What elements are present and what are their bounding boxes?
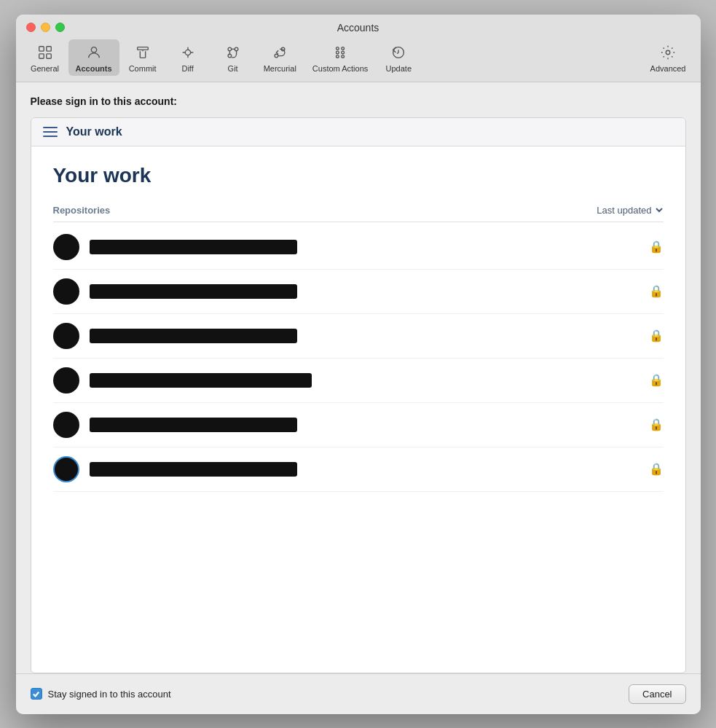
traffic-lights xyxy=(26,23,65,32)
stay-signed-in-checkbox[interactable] xyxy=(31,688,42,700)
svg-point-13 xyxy=(228,47,232,51)
content-area: Please sign in to this account: Your wor… xyxy=(16,82,701,673)
repo-avatar xyxy=(53,323,79,349)
svg-point-10 xyxy=(185,50,190,55)
maximize-button[interactable] xyxy=(55,23,65,32)
svg-point-12 xyxy=(235,47,238,51)
repo-avatar xyxy=(53,278,79,305)
repo-row[interactable]: 🔒 xyxy=(53,359,664,403)
svg-point-17 xyxy=(337,51,339,54)
toolbar-item-diff[interactable]: Diff xyxy=(166,39,210,76)
cancel-button[interactable]: Cancel xyxy=(629,684,685,704)
repo-avatar xyxy=(53,412,79,438)
custom-actions-icon xyxy=(330,42,350,63)
hamburger-line-3 xyxy=(43,136,58,137)
toolbar-item-custom-actions[interactable]: Custom Actions xyxy=(305,39,375,76)
git-label: Git xyxy=(228,64,238,73)
svg-point-11 xyxy=(228,54,232,58)
svg-point-19 xyxy=(342,47,345,50)
svg-rect-1 xyxy=(46,46,50,50)
hamburger-menu-icon[interactable] xyxy=(43,127,58,137)
footer: Stay signed in to this account Cancel xyxy=(16,673,701,714)
repo-lock-icon: 🔒 xyxy=(649,284,664,298)
sign-in-label: Please sign in to this account: xyxy=(31,95,686,107)
toolbar-item-advanced[interactable]: Advanced xyxy=(643,39,693,76)
window-title: Accounts xyxy=(337,22,379,34)
custom-actions-label: Custom Actions xyxy=(312,64,368,73)
repo-row[interactable]: 🔒 xyxy=(53,270,664,314)
update-icon xyxy=(388,42,409,63)
panel-body: Your work Repositories Last updated xyxy=(31,146,685,673)
svg-rect-0 xyxy=(39,46,43,50)
svg-rect-2 xyxy=(39,53,43,58)
app-window: Accounts General Accounts xyxy=(16,15,701,714)
repos-label: Repositories xyxy=(53,205,111,216)
svg-point-16 xyxy=(337,47,339,50)
repo-name-bar xyxy=(90,329,297,343)
commit-icon xyxy=(133,42,153,63)
toolbar-item-git[interactable]: Git xyxy=(211,39,255,76)
title-bar: Accounts General Accounts xyxy=(16,15,701,82)
repo-row[interactable]: 🔒 xyxy=(53,225,664,270)
svg-point-18 xyxy=(337,55,339,58)
git-icon xyxy=(223,42,243,63)
stay-signed-in-container: Stay signed in to this account xyxy=(31,688,171,700)
repo-row[interactable]: 🔒 xyxy=(53,447,664,492)
repo-name-bar xyxy=(90,373,312,388)
toolbar-item-commit[interactable]: Commit xyxy=(121,39,165,76)
mercurial-icon xyxy=(270,42,290,63)
svg-point-20 xyxy=(342,51,345,54)
chevron-down-icon xyxy=(655,206,664,214)
repo-avatar xyxy=(53,456,79,482)
close-button[interactable] xyxy=(26,23,36,32)
hamburger-line-1 xyxy=(43,127,58,128)
general-icon xyxy=(35,42,55,63)
repo-lock-icon: 🔒 xyxy=(649,240,664,254)
advanced-label: Advanced xyxy=(650,64,686,73)
sort-label: Last updated xyxy=(597,205,651,216)
repo-name-bar xyxy=(90,462,297,477)
repo-lock-icon: 🔒 xyxy=(649,462,664,476)
svg-point-21 xyxy=(342,55,345,58)
commit-label: Commit xyxy=(129,64,157,73)
repo-row[interactable]: 🔒 xyxy=(53,403,664,447)
diff-icon xyxy=(178,42,198,63)
accounts-icon xyxy=(84,42,104,63)
panel-header: Your work xyxy=(31,118,685,146)
update-label: Update xyxy=(386,64,412,73)
repo-avatar xyxy=(53,367,79,394)
toolbar-item-mercurial[interactable]: Mercurial xyxy=(256,39,304,76)
sort-control[interactable]: Last updated xyxy=(597,205,663,216)
your-work-title: Your work xyxy=(53,164,664,187)
toolbar-item-general[interactable]: General xyxy=(23,39,67,76)
repo-row[interactable]: 🔒 xyxy=(53,314,664,359)
repo-name-bar xyxy=(90,284,297,299)
svg-point-23 xyxy=(666,50,670,55)
svg-point-4 xyxy=(91,47,96,52)
diff-label: Diff xyxy=(181,64,193,73)
mercurial-label: Mercurial xyxy=(264,64,296,73)
repo-name-bar xyxy=(90,418,297,432)
svg-rect-5 xyxy=(137,47,148,50)
toolbar: General Accounts Commit xyxy=(16,36,701,82)
toolbar-items: General Accounts Commit xyxy=(23,39,421,76)
general-label: General xyxy=(31,64,59,73)
repo-lock-icon: 🔒 xyxy=(649,329,664,343)
inner-panel: Your work Your work Repositories Last up… xyxy=(31,117,686,673)
panel-header-title: Your work xyxy=(66,125,122,138)
toolbar-item-update[interactable]: Update xyxy=(377,39,420,76)
repo-lock-icon: 🔒 xyxy=(649,373,664,387)
repo-avatar xyxy=(53,234,79,260)
svg-rect-3 xyxy=(46,53,50,58)
stay-signed-in-label: Stay signed in to this account xyxy=(48,689,171,700)
accounts-label: Accounts xyxy=(76,64,112,73)
title-row: Accounts xyxy=(16,15,701,36)
svg-point-14 xyxy=(275,54,278,58)
toolbar-item-accounts[interactable]: Accounts xyxy=(68,39,119,76)
minimize-button[interactable] xyxy=(41,23,50,32)
toolbar-right: Advanced xyxy=(643,39,693,76)
repo-lock-icon: 🔒 xyxy=(649,418,664,431)
repo-name-bar xyxy=(90,240,297,254)
repos-header: Repositories Last updated xyxy=(53,205,664,222)
hamburger-line-2 xyxy=(43,131,58,133)
